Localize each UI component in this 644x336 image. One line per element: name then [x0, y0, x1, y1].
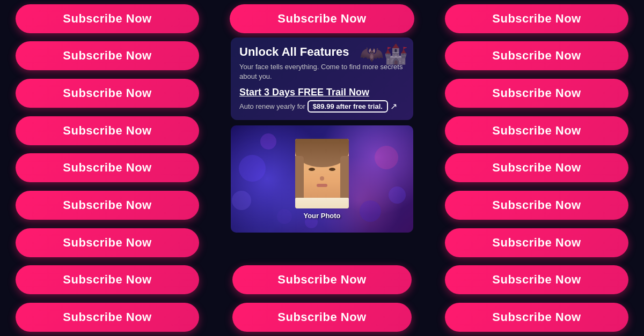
subscribe-button-l9[interactable]: Subscribe Now: [16, 303, 199, 332]
center-btn-row8-cell: Subscribe Now: [215, 262, 429, 299]
right-btn-5[interactable]: Subscribe Now: [429, 150, 644, 187]
right-btn-1[interactable]: Subscribe Now: [429, 0, 644, 38]
subscribe-button-l3[interactable]: Subscribe Now: [16, 79, 199, 108]
nose: [320, 176, 324, 181]
subscribe-button-r5[interactable]: Subscribe Now: [445, 153, 628, 182]
subscribe-button-l2[interactable]: Subscribe Now: [16, 41, 199, 70]
subscribe-button-center-top[interactable]: Subscribe Now: [230, 4, 415, 33]
left-btn-1[interactable]: Subscribe Now: [0, 0, 215, 38]
subscribe-button-r1[interactable]: Subscribe Now: [445, 4, 628, 33]
svg-point-0: [239, 155, 266, 182]
left-btn-5[interactable]: Subscribe Now: [0, 150, 215, 187]
subscribe-button-l7[interactable]: Subscribe Now: [16, 228, 199, 257]
left-btn-8[interactable]: Subscribe Now: [0, 262, 215, 299]
right-eye: [329, 168, 335, 171]
left-btn-3[interactable]: Subscribe Now: [0, 74, 215, 112]
left-eye: [309, 168, 315, 171]
lips: [317, 184, 327, 187]
photo-section: Your Photo: [231, 125, 413, 233]
subscribe-button-l4[interactable]: Subscribe Now: [16, 116, 199, 145]
svg-point-5: [360, 200, 381, 222]
right-btn-7[interactable]: Subscribe Now: [429, 224, 644, 262]
center-top-btn-cell: Subscribe Now: [217, 4, 427, 33]
subscribe-button-r6[interactable]: Subscribe Now: [445, 191, 628, 220]
subscribe-button-r7[interactable]: Subscribe Now: [445, 228, 628, 257]
left-btn-6[interactable]: Subscribe Now: [0, 186, 215, 224]
subscribe-button-r4[interactable]: Subscribe Now: [445, 116, 628, 145]
promo-card: 🦇🏰 Unlock All Features Your face tells e…: [231, 38, 413, 120]
svg-point-3: [375, 146, 398, 169]
left-btn-7[interactable]: Subscribe Now: [0, 224, 215, 262]
subscribe-button-l6[interactable]: Subscribe Now: [16, 191, 199, 220]
subscribe-button-r9[interactable]: Subscribe Now: [445, 303, 628, 332]
shoulders: [295, 198, 349, 208]
center-content: Subscribe Now 🦇🏰 Unlock All Features You…: [215, 0, 429, 298]
svg-point-1: [232, 191, 251, 210]
subscribe-button-center-9[interactable]: Subscribe Now: [232, 303, 412, 332]
photo-label: Your Photo: [303, 212, 340, 220]
subscribe-button-l1[interactable]: Subscribe Now: [16, 4, 199, 33]
left-btn-2[interactable]: Subscribe Now: [0, 38, 215, 75]
promo-header: 🦇🏰 Unlock All Features Your face tells e…: [231, 38, 413, 120]
center-btn-row9-cell: Subscribe Now: [215, 298, 429, 336]
subscribe-button-center-8[interactable]: Subscribe Now: [232, 265, 412, 294]
right-btn-8[interactable]: Subscribe Now: [429, 262, 644, 299]
subscribe-button-r3[interactable]: Subscribe Now: [445, 79, 628, 108]
halloween-decoration-icon: 🦇🏰: [360, 43, 408, 65]
subscribe-button-l8[interactable]: Subscribe Now: [16, 265, 199, 294]
svg-point-4: [389, 186, 406, 204]
right-btn-3[interactable]: Subscribe Now: [429, 74, 644, 112]
right-btn-6[interactable]: Subscribe Now: [429, 186, 644, 224]
right-btn-2[interactable]: Subscribe Now: [429, 38, 644, 75]
promo-price-prefix: Auto renew yearly for: [239, 102, 305, 110]
subscribe-button-l5[interactable]: Subscribe Now: [16, 153, 199, 182]
promo-price-box: $89.99 after free trial.: [308, 100, 388, 113]
left-btn-9[interactable]: Subscribe Now: [0, 298, 215, 336]
right-btn-9[interactable]: Subscribe Now: [429, 298, 644, 336]
subscribe-button-r2[interactable]: Subscribe Now: [445, 41, 628, 70]
photo-frame: Your Photo: [295, 139, 349, 220]
subscribe-button-r8[interactable]: Subscribe Now: [445, 265, 628, 294]
promo-price-wrapper: Auto renew yearly for $89.99 after free …: [239, 100, 405, 113]
svg-point-2: [260, 133, 276, 150]
person-photo: [295, 139, 349, 208]
right-btn-4[interactable]: Subscribe Now: [429, 112, 644, 150]
svg-point-7: [277, 209, 292, 224]
promo-trial-text: Start 3 Days FREE Trail Now: [239, 87, 405, 98]
arrow-icon: ↗: [390, 101, 397, 111]
left-btn-4[interactable]: Subscribe Now: [0, 112, 215, 150]
